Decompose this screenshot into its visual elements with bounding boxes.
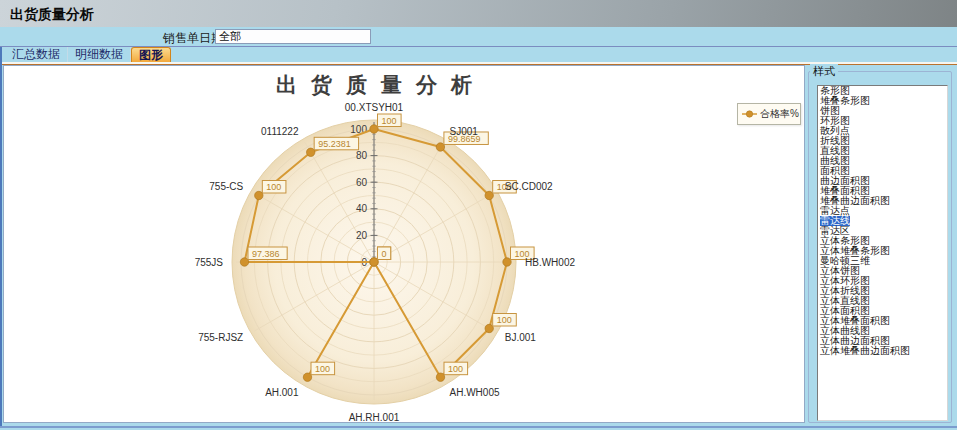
svg-text:60: 60 (356, 177, 368, 188)
svg-text:20: 20 (356, 230, 368, 241)
date-filter-input[interactable] (215, 29, 371, 44)
radar-chart: 02040608010010099.8659100100100100010009… (4, 66, 804, 422)
svg-text:100: 100 (382, 116, 397, 126)
svg-text:755-CS: 755-CS (209, 181, 243, 192)
svg-text:40: 40 (356, 203, 368, 214)
svg-text:SJ001: SJ001 (450, 126, 479, 137)
svg-text:95.2381: 95.2381 (318, 139, 351, 149)
tab-graph[interactable]: 图形 (131, 47, 171, 62)
chart-title: 出货质量分析 (4, 71, 758, 99)
svg-text:AH.WH005: AH.WH005 (450, 387, 500, 398)
window-title: 出货质量分析 (10, 6, 94, 22)
window-titlebar: 出货质量分析 (0, 0, 957, 27)
svg-text:755-RJSZ: 755-RJSZ (198, 332, 243, 343)
tab-summary-data[interactable]: 汇总数据 (5, 47, 68, 62)
style-listbox[interactable]: 条形图堆叠条形图饼图环形图散列点折线图直线图曲线图面积图曲边面积图堆叠面积图堆叠… (817, 85, 948, 421)
chart-panel: 02040608010010099.8659100100100100010009… (3, 65, 805, 423)
filter-toolbar: 销售单日期 (0, 27, 957, 47)
window-bottom-border (0, 426, 957, 428)
app-window: 出货质量分析 销售单日期 汇总数据 明细数据 图形 02040608010010… (0, 0, 957, 430)
legend-series-label: 合格率% (760, 107, 799, 121)
tab-strip: 汇总数据 明细数据 图形 (2, 47, 957, 62)
svg-text:0: 0 (382, 249, 387, 259)
svg-text:AH.RH.001: AH.RH.001 (349, 412, 400, 422)
svg-text:SC.CD002: SC.CD002 (505, 181, 553, 192)
svg-text:0111222: 0111222 (261, 126, 299, 137)
svg-text:100: 100 (448, 364, 463, 374)
style-groupbox-label: 样式 (810, 64, 838, 79)
svg-text:HB.WH002: HB.WH002 (525, 257, 575, 268)
chart-legend: 合格率% (737, 103, 801, 125)
svg-text:755JS: 755JS (195, 257, 224, 268)
window-left-border (0, 47, 2, 428)
svg-text:100: 100 (315, 364, 330, 374)
svg-text:100: 100 (497, 315, 512, 325)
date-filter-label: 销售单日期 (163, 30, 223, 47)
legend-marker-icon (741, 109, 758, 119)
svg-text:BJ.001: BJ.001 (505, 332, 537, 343)
svg-text:00.XTSYH01: 00.XTSYH01 (345, 102, 404, 113)
svg-text:97.386: 97.386 (252, 249, 280, 259)
style-option[interactable]: 立体堆叠曲边面积图 (818, 346, 947, 356)
svg-text:80: 80 (356, 150, 368, 161)
svg-text:100: 100 (266, 182, 281, 192)
svg-text:AH.001: AH.001 (265, 387, 299, 398)
tab-detail-data[interactable]: 明细数据 (68, 47, 131, 62)
